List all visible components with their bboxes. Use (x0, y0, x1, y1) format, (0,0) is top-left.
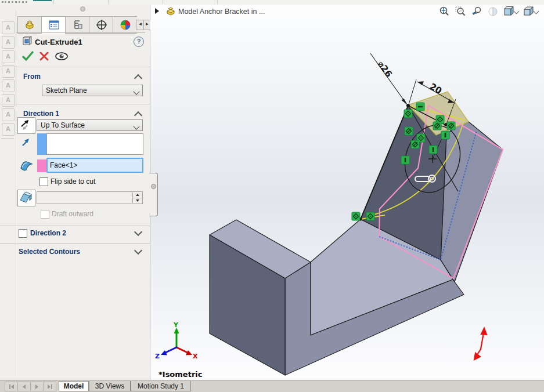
selected-contours-label: Selected Contours (19, 248, 80, 256)
toolbar-separator (163, 0, 163, 4)
direction-arrow-icon (18, 118, 34, 132)
spinner-down-icon[interactable] (133, 198, 142, 204)
sketch-relation-icon-coincident[interactable] (352, 212, 360, 220)
tab-3d-views[interactable]: 3D Views (89, 381, 131, 391)
sketch-relation-icon-tangent[interactable] (447, 122, 455, 130)
tab-model[interactable]: Model (59, 381, 89, 391)
end-condition-dropdown[interactable]: Up To Surface (37, 119, 143, 131)
heads-up-toolbar (437, 6, 539, 17)
previous-view-button[interactable] (470, 6, 484, 17)
zoom-to-area-button[interactable] (453, 6, 467, 17)
section-view-icon (487, 6, 499, 17)
configuration-icon (73, 20, 83, 30)
face-selection-strip (37, 159, 46, 172)
toolbar-drag-grip[interactable] (2, 1, 27, 3)
direction-reference-icon (21, 137, 31, 147)
ok-button[interactable] (22, 51, 34, 61)
draft-outward-checkbox (41, 210, 49, 219)
toolbar-separator (217, 0, 218, 4)
chevron-down-icon (133, 123, 139, 129)
draft-angle-spinner[interactable] (132, 193, 142, 203)
collapse-from-chevron[interactable] (134, 74, 142, 82)
zoom-area-icon (455, 6, 466, 17)
expand-selected-contours-chevron[interactable] (134, 246, 142, 255)
selected-face-value: Face<1> (50, 161, 77, 169)
panel-splitter-handle[interactable] (149, 173, 158, 216)
graphics-viewport[interactable]: ⌀26 20 (150, 19, 544, 380)
cut-extrude-feature-icon (22, 36, 33, 46)
tab-propertymanager[interactable] (41, 16, 66, 34)
collapse-direction1-chevron[interactable] (134, 111, 142, 119)
sketch-relation-icon-vertical[interactable] (429, 146, 437, 154)
zoom-to-fit-button[interactable] (437, 6, 451, 17)
first-tab-button[interactable] (5, 382, 18, 391)
from-dropdown[interactable]: Sketch Plane (42, 85, 143, 96)
face-selection-icon (19, 159, 34, 172)
part-icon (24, 20, 36, 30)
commandmanager-tab-fragment (33, 0, 52, 1)
flip-side-label: Flip side to cut (51, 177, 95, 186)
axis-z-label: Z (155, 353, 160, 360)
direction2-checkbox[interactable] (19, 229, 27, 238)
sketch-relation-icon-coincident[interactable] (404, 110, 412, 118)
flip-side-checkbox[interactable] (39, 177, 48, 186)
bottom-tab-bar: Model 3D Views Motion Study 1 (0, 380, 544, 392)
annotation-tool-icon[interactable]: A (2, 94, 15, 107)
tab-displaymanager[interactable] (113, 16, 137, 34)
annotation-tool-icon[interactable]: A (2, 79, 15, 92)
view-orientation-button[interactable] (502, 6, 520, 17)
sketch-relation-icon-vertical[interactable] (401, 156, 409, 164)
draft-outward-label: Draft outward (52, 210, 93, 218)
draft-button[interactable] (17, 190, 35, 206)
annotation-tool-icon[interactable]: A (2, 108, 15, 121)
display-style-icon (523, 6, 534, 17)
preview-eye-button[interactable] (55, 52, 69, 61)
spinner-up-icon[interactable] (133, 193, 142, 198)
tab-dimxpertmanager[interactable] (89, 16, 113, 34)
draft-icon (18, 190, 34, 205)
end-condition-value: Up To Surface (41, 121, 85, 129)
breadcrumb[interactable]: Model Anchor Bracket in ... (178, 8, 265, 16)
sketch-relation-icon-horizontal[interactable] (416, 103, 424, 111)
from-section-label: From (23, 72, 41, 81)
solidworks-window: A A A A A A A A (0, 0, 544, 392)
tab-configurationmanager[interactable] (65, 16, 89, 34)
view-orientation-label: *Isometric (158, 370, 202, 379)
divider (0, 226, 150, 226)
annotation-tool-icon[interactable]: A (2, 123, 15, 136)
sketch-relation-icon-tangent[interactable] (411, 140, 419, 148)
expand-direction2-chevron[interactable] (134, 228, 142, 236)
help-button[interactable]: ? (134, 37, 144, 47)
draft-angle-field[interactable] (37, 191, 143, 204)
sketch-relation-icon-tangent[interactable] (433, 122, 441, 130)
previous-view-icon (471, 6, 482, 17)
previous-tab-button[interactable] (17, 382, 31, 391)
panel-collapse-grip[interactable] (80, 6, 85, 12)
sketch-relation-icon-coincident[interactable] (366, 212, 374, 220)
annotation-tool-icon[interactable]: A (2, 50, 15, 63)
direction1-section-label: Direction 1 (23, 110, 59, 118)
toolbar-separator (1, 139, 14, 139)
annotation-tool-icon[interactable]: A (2, 21, 15, 34)
flyout-tree-arrow[interactable] (155, 8, 159, 14)
last-tab-button[interactable] (43, 382, 56, 391)
toolbar-separator (108, 0, 109, 4)
reverse-direction-button[interactable] (17, 117, 35, 134)
direction-reference-box[interactable] (46, 133, 143, 155)
chevron-down-icon (533, 8, 539, 14)
cancel-button[interactable] (39, 52, 49, 61)
tab-featuremanager[interactable] (17, 16, 42, 34)
part-document-icon (166, 7, 176, 16)
axis-x-label: X (193, 353, 198, 360)
face-selection-box[interactable]: Face<1> (46, 158, 143, 173)
display-style-button[interactable] (522, 6, 539, 17)
annotation-toolbar: A A A A A A A A (0, 10, 16, 376)
next-tab-button[interactable] (30, 382, 44, 391)
sketch-relation-icon-tangent[interactable] (405, 127, 413, 135)
splitter-grip-dot[interactable] (151, 184, 156, 189)
annotation-tool-icon[interactable]: A (2, 36, 15, 49)
feature-title: Cut-Extrude1 (35, 38, 82, 46)
tab-motion-study[interactable]: Motion Study 1 (131, 381, 191, 391)
zoom-fit-icon (438, 6, 450, 17)
sketch-relation-icon-vertical[interactable] (441, 131, 449, 139)
